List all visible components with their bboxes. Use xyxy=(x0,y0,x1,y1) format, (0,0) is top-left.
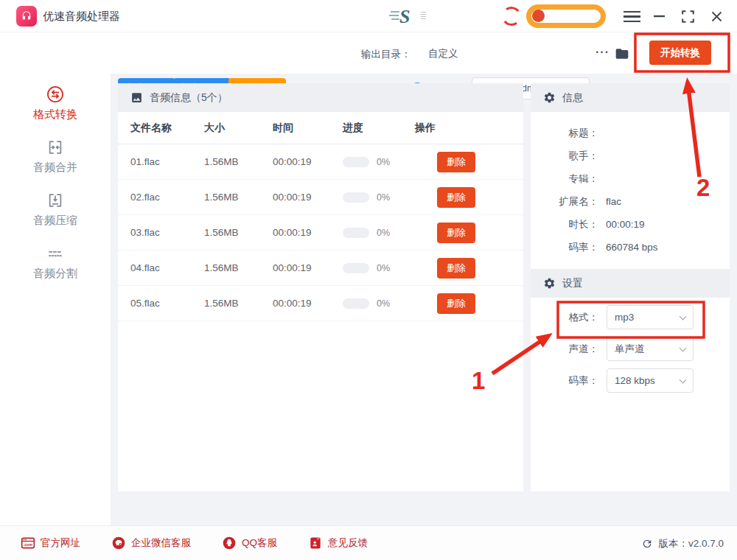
progress-bar xyxy=(343,157,369,167)
minimize-button[interactable] xyxy=(650,0,668,32)
file-size: 1.56MB xyxy=(204,227,273,238)
table-row: 01.flac 1.56MB 00:00:19 0% 删除 xyxy=(118,144,523,180)
browse-more-button[interactable]: ··· xyxy=(595,33,609,74)
minimize-icon xyxy=(653,15,666,18)
table-row: 04.flac 1.56MB 00:00:19 0% 删除 xyxy=(118,251,523,286)
footer-link-label: 官方网址 xyxy=(41,536,80,550)
info-label: 扩展名： xyxy=(531,190,598,213)
progress-bar xyxy=(343,298,369,309)
audio-info-icon xyxy=(130,91,143,104)
title-bar: 优速音频处理器 S xyxy=(0,0,737,32)
qq-support-link[interactable]: QQ客服 xyxy=(222,536,277,550)
file-name: 03.flac xyxy=(130,227,204,238)
folder-icon xyxy=(614,46,630,61)
close-icon xyxy=(711,11,722,22)
col-header-size: 大小 xyxy=(204,122,273,135)
split-icon xyxy=(46,244,65,263)
file-size: 1.56MB xyxy=(204,156,273,167)
info-settings-panel: 信息 标题： 歌手： 专辑： 扩展名：flac 时长：00:00:19 码率：6… xyxy=(531,83,730,491)
file-time: 00:00:19 xyxy=(273,192,343,203)
delete-button[interactable]: 删除 xyxy=(437,223,475,243)
sidebar-item-label: 格式转换 xyxy=(33,108,77,122)
promo-banner[interactable] xyxy=(526,4,606,28)
sidebar-item-audio-split[interactable]: 音频分割 xyxy=(0,244,111,281)
loading-ring-icon xyxy=(500,5,522,27)
format-label: 格式： xyxy=(531,311,598,324)
custom-radio-label[interactable]: 自定义 xyxy=(428,33,458,74)
gear-icon xyxy=(543,91,556,104)
bitrate-select[interactable]: 128 kbps xyxy=(607,368,694,393)
progress-value: 0% xyxy=(377,263,390,273)
info-value: flac xyxy=(606,190,621,213)
chevron-down-icon xyxy=(680,377,687,384)
footer-link-label: QQ客服 xyxy=(242,536,277,550)
convert-icon xyxy=(46,85,65,104)
start-convert-button[interactable]: 开始转换 xyxy=(649,41,711,65)
sidebar-item-audio-compress[interactable]: 音频压缩 xyxy=(0,191,111,228)
maximize-icon xyxy=(682,10,694,23)
col-header-time: 时间 xyxy=(273,122,343,135)
table-row: 02.flac 1.56MB 00:00:19 0% 删除 xyxy=(118,180,523,215)
channel-select[interactable]: 单声道 xyxy=(607,337,694,361)
delete-button[interactable]: 删除 xyxy=(437,258,475,279)
file-time: 00:00:19 xyxy=(273,227,343,238)
file-list-panel: 音频信息（5个） 文件名称 大小 时间 进度 操作 01.flac 1.56MB… xyxy=(118,83,523,491)
progress-value: 0% xyxy=(377,298,390,309)
maximize-button[interactable] xyxy=(679,0,696,32)
info-panel-title: 信息 xyxy=(562,91,583,105)
sidebar-item-format-convert[interactable]: 格式转换 xyxy=(0,85,111,122)
file-time: 00:00:19 xyxy=(273,298,343,309)
info-list: 标题： 歌手： 专辑： 扩展名：flac 时长：00:00:19 码率：6607… xyxy=(531,112,730,259)
hamburger-icon xyxy=(624,11,640,22)
delete-button[interactable]: 删除 xyxy=(437,293,475,314)
delete-button[interactable]: 删除 xyxy=(437,152,475,172)
info-label: 专辑： xyxy=(531,167,598,190)
file-size: 1.56MB xyxy=(204,298,273,309)
official-site-link[interactable]: .com 官方网址 xyxy=(21,536,80,550)
settings-panel-title: 设置 xyxy=(562,277,583,290)
channel-value: 单声道 xyxy=(615,343,645,356)
close-button[interactable] xyxy=(708,0,725,32)
app-title: 优速音频处理器 xyxy=(43,0,120,32)
col-header-operation: 操作 xyxy=(415,122,523,135)
svg-text:.com: .com xyxy=(24,542,32,547)
progress-value: 0% xyxy=(377,192,390,203)
chevron-down-icon xyxy=(680,313,687,321)
info-label: 码率： xyxy=(531,236,598,259)
feedback-link[interactable]: 意见反馈 xyxy=(308,536,368,550)
website-icon: .com xyxy=(21,536,35,550)
menu-button[interactable] xyxy=(621,0,642,32)
info-label: 标题： xyxy=(531,122,598,144)
delete-button[interactable]: 删除 xyxy=(437,187,475,208)
sidebar-item-audio-merge[interactable]: 音频合并 xyxy=(0,138,111,175)
info-label: 时长： xyxy=(531,213,598,236)
file-name: 01.flac xyxy=(130,156,204,167)
open-folder-button[interactable] xyxy=(614,46,630,61)
compress-icon xyxy=(46,191,65,210)
refresh-icon xyxy=(641,538,653,550)
file-name: 04.flac xyxy=(130,262,204,273)
app-window: 优速音频处理器 S 格式转换 xyxy=(0,0,737,560)
app-logo-icon xyxy=(16,6,37,27)
progress-bar xyxy=(343,263,369,273)
sidebar-item-label: 音频合并 xyxy=(33,161,77,175)
toolbar: 添加文件 添加目录 清除列表 输出目录： 自定义 ··· 开始转换 xyxy=(111,33,737,74)
progress-bar xyxy=(343,192,369,203)
wechat-support-link[interactable]: 企业微信客服 xyxy=(111,536,191,550)
output-dir-label: 输出目录： xyxy=(361,33,411,76)
wechat-icon xyxy=(111,536,126,550)
settings-panel-header: 设置 xyxy=(531,269,730,298)
info-panel-header: 信息 xyxy=(531,83,730,112)
footer-bar: .com 官方网址 企业微信客服 QQ客服 xyxy=(0,525,737,560)
chevron-down-icon xyxy=(680,345,687,352)
format-select[interactable]: mp3 xyxy=(607,305,694,329)
svg-text:S: S xyxy=(399,6,410,27)
settings-list: 格式： mp3 声道： 单声道 码率： 128 kbps xyxy=(531,305,730,400)
file-size: 1.56MB xyxy=(204,262,273,273)
version-info[interactable]: 版本：v2.0.7.0 xyxy=(641,526,724,560)
channel-label: 声道： xyxy=(531,343,598,356)
table-header-row: 文件名称 大小 时间 进度 操作 xyxy=(118,112,523,144)
footer-link-label: 意见反馈 xyxy=(328,536,368,550)
sidebar-item-label: 音频分割 xyxy=(33,267,77,281)
col-header-progress: 进度 xyxy=(343,122,415,135)
